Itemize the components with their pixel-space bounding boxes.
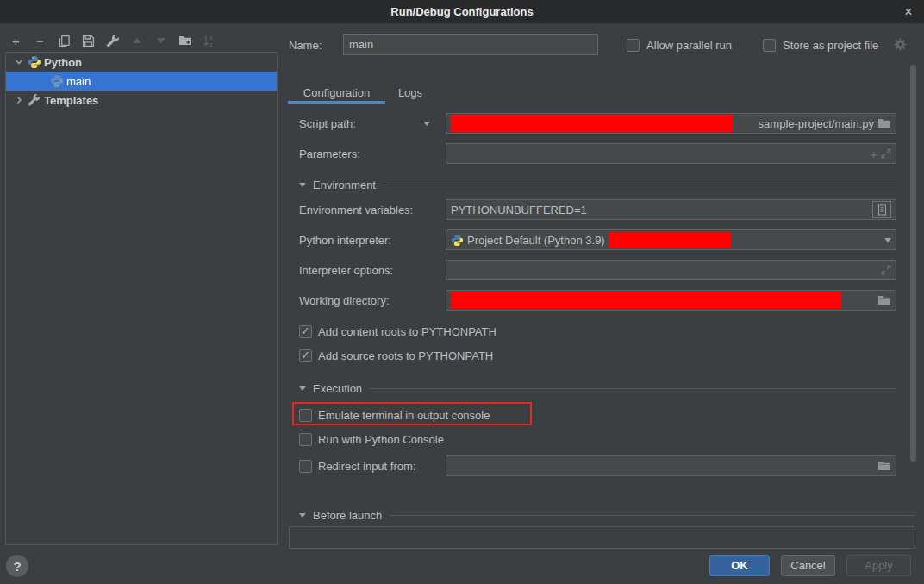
interpreter-options-label-wrap: Interpreter options: bbox=[299, 260, 393, 280]
allow-parallel-run-checkbox[interactable]: Allow parallel run bbox=[627, 38, 732, 52]
python-interpreter-label-wrap: Python interpreter: bbox=[299, 229, 391, 250]
environment-section-header[interactable]: Environment bbox=[299, 178, 896, 192]
name-input[interactable] bbox=[343, 34, 598, 55]
title-bar: Run/Debug Configurations bbox=[0, 0, 924, 23]
tree-item-label: main bbox=[66, 75, 91, 88]
new-folder-button[interactable] bbox=[178, 33, 192, 48]
tab-label: Logs bbox=[398, 86, 422, 99]
working-directory-field[interactable] bbox=[446, 290, 896, 311]
collapse-triangle-icon bbox=[299, 183, 306, 187]
help-button[interactable]: ? bbox=[6, 555, 28, 577]
section-divider bbox=[383, 185, 896, 185]
chevron-down-icon[interactable] bbox=[423, 122, 430, 126]
interpreter-options-field[interactable] bbox=[446, 260, 896, 280]
gear-icon[interactable] bbox=[894, 38, 907, 51]
up-arrow-icon bbox=[133, 38, 141, 43]
redaction-block bbox=[451, 115, 733, 132]
checkbox-icon bbox=[299, 409, 312, 422]
checkbox-icon bbox=[299, 433, 312, 446]
before-launch-section-header[interactable]: Before launch bbox=[299, 508, 915, 522]
environment-section-label: Environment bbox=[313, 179, 376, 192]
redaction-block bbox=[451, 292, 841, 309]
folder-icon[interactable] bbox=[877, 294, 891, 306]
apply-button[interactable]: Apply bbox=[846, 555, 911, 576]
checkbox-icon bbox=[299, 460, 312, 473]
checkbox-icon bbox=[299, 349, 312, 362]
folder-icon[interactable] bbox=[877, 117, 891, 129]
tab-logs[interactable]: Logs bbox=[386, 80, 434, 104]
redaction-block bbox=[609, 232, 731, 248]
section-divider bbox=[389, 515, 915, 516]
copy-icon bbox=[58, 35, 71, 47]
run-with-python-console-checkbox[interactable]: Run with Python Console bbox=[299, 431, 444, 447]
python-interpreter-combobox[interactable]: Project Default (Python 3.9) bbox=[446, 229, 896, 250]
edit-variables-button[interactable] bbox=[872, 201, 891, 218]
emulate-terminal-checkbox[interactable]: Emulate terminal in output console bbox=[299, 407, 490, 423]
move-up-button[interactable] bbox=[129, 33, 144, 48]
list-icon bbox=[877, 204, 887, 216]
add-content-roots-checkbox[interactable]: Add content roots to PYTHONPATH bbox=[299, 323, 496, 339]
minus-icon: − bbox=[36, 34, 44, 48]
chevron-down-icon[interactable] bbox=[13, 58, 25, 66]
close-icon[interactable]: × bbox=[899, 0, 918, 23]
environment-variables-field[interactable]: PYTHONUNBUFFERED=1 bbox=[446, 199, 896, 220]
redirect-input-field[interactable] bbox=[446, 455, 896, 476]
tree-item-templates[interactable]: Templates bbox=[6, 91, 277, 110]
active-tab-underline bbox=[288, 101, 385, 104]
add-source-roots-checkbox[interactable]: Add source roots to PYTHONPATH bbox=[299, 348, 493, 363]
tree-item-python[interactable]: Python bbox=[6, 53, 277, 72]
redirect-input-checkbox[interactable]: Redirect input from: bbox=[299, 458, 415, 474]
script-path-label-dropdown[interactable]: Script path: bbox=[299, 113, 356, 134]
store-as-project-file-label: Store as project file bbox=[783, 39, 878, 52]
redirect-input-label: Redirect input from: bbox=[318, 460, 415, 473]
add-macro-icon[interactable] bbox=[870, 147, 877, 161]
ok-button[interactable]: OK bbox=[709, 555, 770, 576]
plus-icon: + bbox=[12, 34, 20, 48]
question-icon: ? bbox=[13, 559, 21, 574]
store-as-project-file-checkbox[interactable]: Store as project file bbox=[763, 38, 878, 52]
script-path-label: Script path: bbox=[299, 117, 356, 130]
add-configuration-button[interactable]: + bbox=[9, 33, 23, 48]
script-path-field[interactable]: sample-project/main.py bbox=[446, 113, 896, 134]
save-configuration-button[interactable] bbox=[81, 33, 96, 48]
copy-configuration-button[interactable] bbox=[57, 33, 72, 48]
script-path-value: sample-project/main.py bbox=[759, 117, 874, 130]
chevron-right-icon[interactable] bbox=[13, 96, 25, 104]
collapse-triangle-icon bbox=[299, 513, 306, 518]
cancel-label: Cancel bbox=[790, 559, 825, 572]
move-down-button[interactable] bbox=[153, 33, 168, 48]
wrench-icon bbox=[28, 93, 41, 107]
before-launch-section-label: Before launch bbox=[313, 509, 382, 522]
collapse-triangle-icon bbox=[299, 386, 306, 391]
execution-section-label: Execution bbox=[313, 382, 362, 395]
svg-text:z: z bbox=[209, 41, 213, 47]
svg-text:a: a bbox=[209, 35, 213, 41]
environment-variables-label-wrap: Environment variables: bbox=[299, 199, 413, 220]
vertical-scrollbar[interactable] bbox=[910, 65, 916, 462]
interpreter-options-label: Interpreter options: bbox=[299, 264, 393, 277]
expand-field-icon[interactable] bbox=[881, 265, 891, 275]
apply-label: Apply bbox=[865, 559, 893, 572]
configurations-toolbar: + − bbox=[9, 32, 216, 49]
combobox-arrow-icon[interactable] bbox=[884, 238, 891, 242]
parameters-field[interactable] bbox=[446, 143, 896, 164]
sort-alpha-icon: a z bbox=[203, 34, 215, 47]
new-folder-icon bbox=[178, 34, 192, 47]
python-icon bbox=[50, 74, 64, 88]
edit-templates-button[interactable] bbox=[105, 33, 120, 48]
sort-configurations-button[interactable]: a z bbox=[202, 33, 216, 48]
expand-field-icon[interactable] bbox=[881, 148, 891, 159]
execution-section-header[interactable]: Execution bbox=[299, 381, 896, 395]
before-launch-task-list[interactable] bbox=[289, 526, 915, 549]
emulate-terminal-label: Emulate terminal in output console bbox=[318, 409, 490, 422]
folder-icon[interactable] bbox=[877, 460, 891, 472]
working-directory-label: Working directory: bbox=[299, 294, 390, 307]
parameters-label: Parameters: bbox=[299, 148, 360, 160]
tree-item-main-selected[interactable]: main bbox=[6, 72, 277, 91]
tree-item-label: Templates bbox=[44, 94, 98, 107]
remove-configuration-button[interactable]: − bbox=[33, 33, 47, 48]
wrench-icon bbox=[106, 34, 120, 47]
down-arrow-icon bbox=[157, 38, 165, 43]
configurations-tree: Python main Templates bbox=[5, 52, 278, 545]
cancel-button[interactable]: Cancel bbox=[781, 555, 835, 576]
